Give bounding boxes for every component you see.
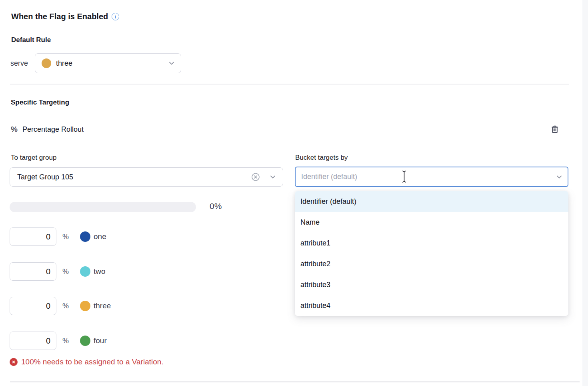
bucket-targets-by-field [295,167,568,187]
validation-error: ✕ 100% needs to be assigned to a Variati… [10,358,164,366]
serve-row: serve three [10,53,181,73]
trash-icon [550,124,560,136]
variation-name: four [94,336,107,345]
delete-rule-button[interactable] [548,123,561,136]
variation-color-dot [42,58,51,68]
dropdown-option-attribute2[interactable]: attribute2 [295,253,568,274]
variation-name: two [94,267,106,276]
chevron-down-icon [269,173,276,181]
percent-icon: % [11,125,18,134]
percent-sign: % [62,337,71,345]
percentage-rollout-title: Percentage Rollout [22,125,84,134]
chevron-down-icon [556,173,563,181]
bucket-targets-by-label: Bucket targets by [295,154,348,162]
variation-name: one [94,232,106,241]
percentage-rollout-header: % Percentage Rollout [11,125,84,134]
bucket-by-dropdown-menu: Identifier (default) Name attribute1 att… [295,191,568,316]
rollout-progress-bar [10,202,196,212]
page-title: When the Flag is Enabled i [11,12,119,21]
variation-name: three [94,302,111,310]
target-group-selected-value: Target Group 105 [17,173,73,181]
variation-row-four: % four [10,332,107,350]
default-rule-heading: Default Rule [11,36,51,44]
percent-sign: % [62,302,71,310]
target-group-select[interactable]: Target Group 105 [10,167,283,187]
rollout-progress-percent: 0% [210,201,222,211]
validation-error-text: 100% needs to be assigned to a Variation… [21,358,164,366]
percentage-input-three[interactable] [10,297,56,315]
percentage-input-two[interactable] [10,262,56,281]
percent-sign: % [62,233,71,241]
error-icon: ✕ [10,358,18,366]
serve-variation-select[interactable]: three [35,53,181,73]
specific-targeting-heading: Specific Targeting [11,99,69,107]
variation-color-dot [80,266,90,277]
percentage-input-four[interactable] [10,332,56,350]
bottom-divider [10,381,580,382]
percentage-input-one[interactable] [10,227,56,246]
dropdown-option-name[interactable]: Name [295,212,568,233]
section-divider [10,84,569,84]
clear-selection-icon[interactable] [251,172,260,182]
serve-label: serve [10,59,28,68]
dropdown-option-attribute1[interactable]: attribute1 [295,233,568,253]
variation-row-three: % three [10,297,111,315]
variation-color-dot [80,231,90,242]
target-group-label: To target group [11,154,56,162]
serve-selected-value: three [56,59,72,68]
dropdown-option-attribute4[interactable]: attribute4 [295,295,568,316]
dropdown-option-identifier-default[interactable]: Identifier (default) [295,191,568,212]
info-icon[interactable]: i [112,13,119,20]
percent-sign: % [62,267,71,276]
dropdown-option-attribute3[interactable]: attribute3 [295,274,568,295]
variation-color-dot [80,301,90,311]
variation-color-dot [80,336,90,346]
chevron-down-icon [168,60,175,67]
panel-right-edge [582,0,588,386]
variation-row-one: % one [10,227,106,246]
variation-row-two: % two [10,262,106,281]
page-title-text: When the Flag is Enabled [11,12,108,21]
flag-targeting-panel: When the Flag is Enabled i Default Rule … [0,0,588,386]
bucket-targets-by-input[interactable] [295,167,568,187]
